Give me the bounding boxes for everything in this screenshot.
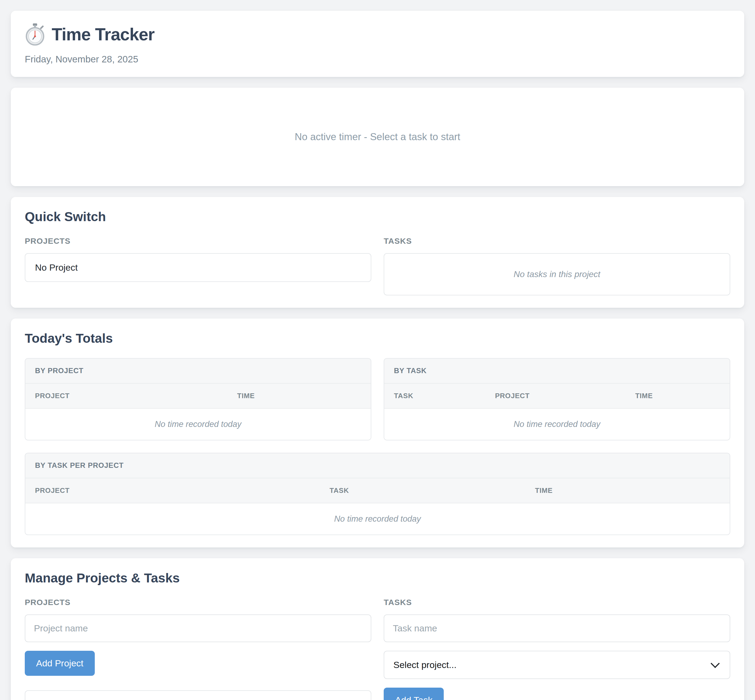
project-name-input[interactable] [25, 614, 371, 642]
column-header-time: TIME [635, 392, 720, 400]
by-task-empty-row: No time recorded today [384, 409, 730, 440]
header-card: Time Tracker Friday, November 28, 2025 [11, 11, 744, 77]
timer-empty-message: No active timer - Select a task to start [295, 131, 461, 142]
tasks-empty-message: No tasks in this project [514, 269, 600, 279]
manage-project-list: No Project (System) [25, 690, 371, 700]
column-header-task: TASK [330, 486, 535, 495]
header-title-row: Time Tracker [25, 23, 730, 46]
by-task-per-project-panel-title: BY TASK PER PROJECT [25, 453, 730, 478]
quick-switch-project-list: No Project [25, 253, 371, 282]
tasks-label: TASKS [384, 598, 730, 607]
manage-projects-column: PROJECTS Add Project No Project (System) [25, 598, 371, 700]
by-task-header-row: TASK PROJECT TIME [384, 383, 730, 409]
app-title: Time Tracker [52, 25, 155, 44]
projects-label: PROJECTS [25, 236, 371, 245]
manage-card: Manage Projects & Tasks PROJECTS Add Pro… [11, 558, 744, 700]
projects-label: PROJECTS [25, 598, 371, 607]
quick-switch-card: Quick Switch PROJECTS No Project TASKS N… [11, 197, 744, 308]
column-header-time: TIME [535, 486, 720, 495]
active-timer-card: No active timer - Select a task to start [11, 88, 744, 186]
project-list-item-no-project-system: No Project (System) [25, 691, 371, 700]
column-header-project: PROJECT [35, 392, 237, 400]
column-header-project: PROJECT [35, 486, 330, 495]
tasks-label: TASKS [384, 236, 730, 245]
by-project-empty-row: No time recorded today [25, 409, 371, 440]
column-header-time: TIME [237, 392, 361, 400]
current-date: Friday, November 28, 2025 [25, 54, 730, 64]
column-header-project: PROJECT [495, 392, 635, 400]
add-project-button[interactable]: Add Project [25, 651, 95, 676]
manage-tasks-column: TASKS Select project... Add Task [384, 598, 730, 700]
quick-switch-projects-column: PROJECTS No Project [25, 236, 371, 282]
manage-title: Manage Projects & Tasks [25, 570, 730, 585]
by-task-panel-title: BY TASK [384, 359, 730, 383]
quick-switch-tasks-column: TASKS No tasks in this project [384, 236, 730, 295]
by-task-per-project-panel: BY TASK PER PROJECT PROJECT TASK TIME No… [25, 453, 730, 535]
todays-totals-title: Today's Totals [25, 331, 730, 346]
task-name-input[interactable] [384, 614, 730, 642]
quick-switch-title: Quick Switch [25, 209, 730, 224]
by-project-panel: BY PROJECT PROJECT TIME No time recorded… [25, 358, 371, 441]
column-header-task: TASK [394, 392, 495, 400]
todays-totals-card: Today's Totals BY PROJECT PROJECT TIME N… [11, 319, 744, 547]
chevron-down-icon [711, 659, 720, 668]
by-project-header-row: PROJECT TIME [25, 383, 371, 409]
project-select[interactable]: Select project... [384, 651, 730, 679]
quick-switch-task-list: No tasks in this project [384, 253, 730, 295]
project-select-value: Select project... [393, 659, 456, 670]
project-list-item-no-project[interactable]: No Project [25, 254, 371, 281]
by-project-panel-title: BY PROJECT [25, 359, 371, 383]
by-task-per-project-empty-row: No time recorded today [25, 503, 730, 534]
add-task-button[interactable]: Add Task [384, 688, 444, 700]
by-task-per-project-header-row: PROJECT TASK TIME [25, 478, 730, 503]
by-task-panel: BY TASK TASK PROJECT TIME No time record… [384, 358, 730, 441]
stopwatch-icon [25, 23, 45, 46]
